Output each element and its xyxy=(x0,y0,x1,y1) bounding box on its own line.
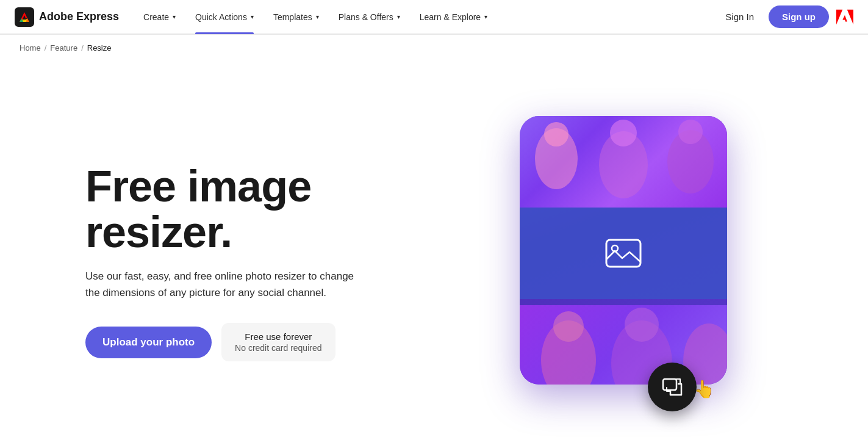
svg-point-13 xyxy=(625,308,659,342)
hero-right: 👆 xyxy=(427,98,819,403)
image-icon xyxy=(604,234,643,273)
hero-actions: Upload your photo Free use forever No cr… xyxy=(85,323,427,361)
nav-item-learn[interactable]: Learn & Explore ▾ xyxy=(410,0,497,34)
nav-right: Sign In Sign up xyxy=(718,5,853,28)
chevron-down-icon: ▾ xyxy=(484,13,487,20)
chevron-down-icon: ▾ xyxy=(316,13,319,20)
no-credit-card-text: No credit card required xyxy=(235,343,321,353)
upload-photo-button[interactable]: Upload your photo xyxy=(85,327,212,358)
nav-links: Create ▾ Quick Actions ▾ Templates ▾ Pla… xyxy=(134,0,718,34)
free-badge: Free use forever No credit card required xyxy=(221,323,335,361)
logo-link[interactable]: Adobe Express xyxy=(15,7,119,27)
svg-point-11 xyxy=(553,311,584,342)
cursor-hand-icon: 👆 xyxy=(694,379,715,399)
svg-point-5 xyxy=(610,120,637,146)
breadcrumb-current: Resize xyxy=(87,43,112,52)
nav-item-plans[interactable]: Plans & Offers ▾ xyxy=(329,0,410,34)
breadcrumb-feature[interactable]: Feature xyxy=(50,43,77,52)
people-bottom xyxy=(520,305,727,385)
free-forever-text: Free use forever xyxy=(235,331,321,342)
sign-in-button[interactable]: Sign In xyxy=(718,7,761,27)
chevron-down-icon: ▾ xyxy=(397,13,400,20)
nav-item-create[interactable]: Create ▾ xyxy=(134,0,185,34)
adobe-logo-icon xyxy=(836,9,853,26)
nav-item-templates[interactable]: Templates ▾ xyxy=(264,0,329,34)
breadcrumb-sep-2: / xyxy=(81,43,84,52)
hero-left: Free image resizer. Use our fast, easy, … xyxy=(85,139,427,362)
svg-point-7 xyxy=(678,120,703,144)
card-bottom-image xyxy=(520,305,727,385)
svg-rect-15 xyxy=(663,379,676,390)
card-top-image xyxy=(520,116,727,208)
illustration-card xyxy=(520,116,727,385)
svg-rect-0 xyxy=(15,7,34,27)
logo-text: Adobe Express xyxy=(39,10,119,23)
nav-item-quick-actions[interactable]: Quick Actions ▾ xyxy=(185,0,264,34)
hero-title: Free image resizer. xyxy=(85,164,427,256)
people-illustration xyxy=(520,116,727,208)
breadcrumb-home[interactable]: Home xyxy=(20,43,41,52)
adobe-express-logo-icon xyxy=(15,7,34,27)
breadcrumb: Home / Feature / Resize xyxy=(0,35,868,61)
svg-point-3 xyxy=(544,122,569,146)
chevron-down-icon: ▾ xyxy=(251,13,254,20)
fab-container: 👆 xyxy=(694,377,715,399)
card-middle-panel xyxy=(520,208,727,299)
resize-fab-button[interactable] xyxy=(648,363,697,411)
hero-description: Use our fast, easy, and free online phot… xyxy=(85,268,360,301)
main-nav: Adobe Express Create ▾ Quick Actions ▾ T… xyxy=(0,0,868,34)
main-content: Free image resizer. Use our fast, easy, … xyxy=(0,61,868,439)
sign-up-button[interactable]: Sign up xyxy=(769,5,829,28)
resize-icon xyxy=(661,375,684,399)
breadcrumb-sep-1: / xyxy=(45,43,47,52)
chevron-down-icon: ▾ xyxy=(173,13,176,20)
